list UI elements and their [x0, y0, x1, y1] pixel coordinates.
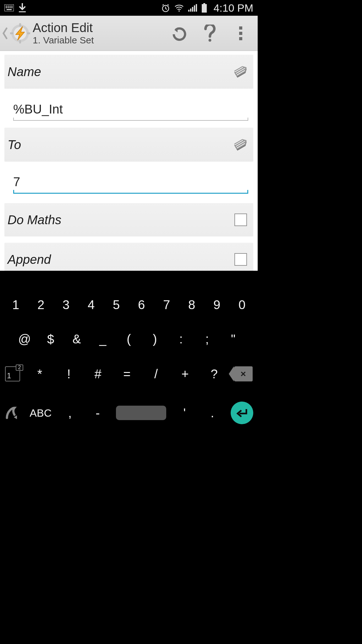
kb-row-4: ABC , - ' . — [3, 402, 255, 424]
clock-text: 4:10 PM — [213, 2, 253, 14]
kb-row-2: @ $ & _ ( ) : ; " — [3, 332, 255, 346]
svg-rect-17 — [196, 4, 197, 12]
svg-rect-24 — [10, 32, 13, 34]
key-lparen[interactable]: ( — [119, 332, 138, 346]
svg-rect-7 — [9, 7, 11, 8]
key-star[interactable]: * — [30, 367, 49, 381]
key-0[interactable]: 0 — [233, 298, 251, 312]
name-field-wrap — [0, 89, 258, 124]
to-input[interactable] — [13, 171, 248, 194]
mode-main-number: 1 — [7, 371, 11, 380]
key-at[interactable]: @ — [15, 332, 34, 346]
key-underscore[interactable]: _ — [93, 332, 112, 346]
signal-icon — [188, 4, 197, 12]
do-maths-row[interactable]: Do Maths — [4, 203, 253, 236]
section-name-header: Name — [4, 55, 253, 89]
svg-rect-18 — [203, 3, 205, 4]
back-button[interactable] — [2, 27, 9, 40]
svg-rect-8 — [11, 7, 13, 8]
svg-rect-10 — [19, 11, 26, 12]
key-comma[interactable]: , — [61, 406, 80, 420]
soft-keyboard: 1 2 3 4 5 6 7 8 9 0 @ $ & _ ( ) : ; " 1 … — [0, 271, 258, 458]
key-5[interactable]: 5 — [107, 298, 126, 312]
section-name-label: Name — [8, 65, 41, 79]
alarm-icon — [161, 3, 170, 12]
page-subtitle: 1. Variable Set — [33, 35, 170, 46]
svg-rect-15 — [192, 7, 193, 12]
svg-rect-3 — [9, 6, 11, 7]
key-plus[interactable]: + — [176, 367, 195, 381]
key-dash[interactable]: - — [88, 406, 107, 420]
wifi-icon — [174, 4, 184, 12]
svg-rect-6 — [8, 7, 9, 8]
svg-point-26 — [209, 39, 211, 42]
key-backspace[interactable]: × — [234, 366, 253, 381]
append-label: Append — [8, 253, 51, 267]
key-6[interactable]: 6 — [132, 298, 151, 312]
mode-super-number: 2 — [16, 364, 23, 371]
key-9[interactable]: 9 — [207, 298, 226, 312]
append-row[interactable]: Append — [4, 243, 253, 271]
svg-point-12 — [178, 10, 180, 12]
key-slash[interactable]: / — [147, 367, 166, 381]
svg-rect-23 — [19, 40, 21, 43]
key-equals[interactable]: = — [118, 367, 136, 381]
key-2[interactable]: 2 — [31, 298, 50, 312]
kb-row-3: 1 2 * ! # = / + ? × — [3, 366, 255, 381]
key-period[interactable]: . — [203, 406, 222, 420]
svg-rect-16 — [194, 5, 195, 12]
svg-rect-22 — [19, 23, 21, 26]
to-tag-icon[interactable] — [231, 136, 249, 153]
undo-button[interactable] — [170, 25, 188, 42]
section-to-header: To — [4, 128, 253, 162]
svg-rect-28 — [239, 32, 242, 35]
header-titles: Action Edit 1. Variable Set — [31, 21, 170, 46]
key-amp[interactable]: & — [67, 332, 86, 346]
key-bang[interactable]: ! — [59, 367, 78, 381]
app-header: Action Edit 1. Variable Set — [0, 16, 258, 51]
svg-rect-29 — [239, 37, 242, 40]
key-8[interactable]: 8 — [182, 298, 201, 312]
key-apostrophe[interactable]: ' — [175, 406, 194, 420]
append-checkbox[interactable] — [234, 253, 247, 266]
svg-rect-9 — [7, 9, 12, 10]
name-tag-icon[interactable] — [231, 64, 249, 80]
svg-rect-13 — [188, 10, 189, 12]
key-rparen[interactable]: ) — [145, 332, 164, 346]
key-quote[interactable]: " — [224, 332, 243, 346]
name-input[interactable] — [13, 98, 248, 121]
key-hash[interactable]: # — [89, 367, 107, 381]
backspace-icon: × — [240, 369, 246, 379]
svg-rect-2 — [8, 6, 9, 7]
kb-row-1: 1 2 3 4 5 6 7 8 9 0 — [3, 298, 255, 312]
key-semicolon[interactable]: ; — [198, 332, 217, 346]
key-7[interactable]: 7 — [157, 298, 176, 312]
svg-rect-5 — [6, 7, 7, 8]
do-maths-checkbox[interactable] — [234, 214, 247, 226]
keyboard-icon — [4, 4, 14, 11]
svg-rect-1 — [6, 6, 7, 7]
do-maths-label: Do Maths — [8, 213, 61, 227]
header-actions — [170, 25, 255, 42]
key-3[interactable]: 3 — [57, 298, 75, 312]
key-4[interactable]: 4 — [82, 298, 101, 312]
page-title: Action Edit — [33, 21, 170, 35]
key-abc[interactable]: ABC — [30, 407, 52, 419]
key-question[interactable]: ? — [205, 367, 224, 381]
key-enter[interactable] — [231, 402, 253, 424]
svg-rect-27 — [239, 26, 242, 30]
key-space[interactable] — [116, 406, 166, 420]
help-button[interactable] — [201, 25, 219, 42]
status-bar: 4:10 PM — [0, 0, 258, 16]
battery-icon — [201, 3, 207, 13]
status-right: 4:10 PM — [161, 2, 253, 14]
key-dollar[interactable]: $ — [41, 332, 60, 346]
svg-rect-14 — [190, 8, 191, 12]
swype-icon[interactable] — [4, 405, 21, 421]
key-1[interactable]: 1 — [6, 298, 25, 312]
overflow-menu-button[interactable] — [232, 25, 250, 42]
status-left — [4, 3, 26, 13]
key-symbol-page[interactable]: 1 2 — [5, 366, 20, 381]
content-area: Name To Do Maths Append — [0, 51, 258, 271]
key-colon[interactable]: : — [172, 332, 190, 346]
